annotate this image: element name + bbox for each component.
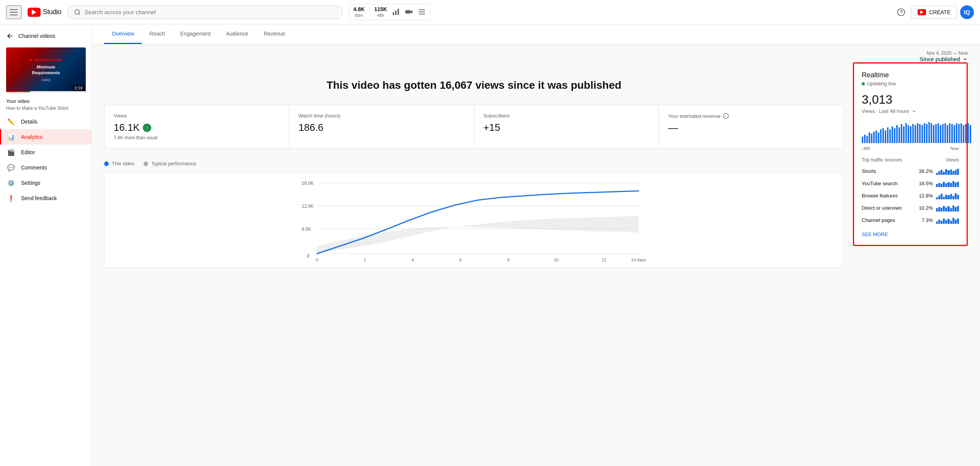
spark-bar-4-4 [945,220,947,224]
traffic-sources-list: Shorts 39.2% YouTube search 18.5% Browse… [862,167,959,224]
sidebar-item-details[interactable]: ✏️ Details [0,114,91,129]
traffic-source-2: Browse features [862,193,913,199]
headline: This video has gotten 16,067 views since… [104,62,844,105]
legend-label-1: Typical performance [151,161,196,166]
mini-bar-30 [931,123,932,143]
traffic-source-0: Shorts [862,168,913,174]
mini-bar-42 [958,124,960,143]
thumbnail-progress-fill [6,91,30,92]
svg-text:6: 6 [459,257,462,262]
thumbnail-duration: 0:59 [73,85,84,91]
mini-bar-38 [949,123,951,143]
spark-bar-3-9 [957,206,959,212]
tab-audience[interactable]: Audience [218,24,256,44]
video-title: How to Make a YouTube Short [0,106,91,114]
realtime-status: Updating live [862,81,959,86]
metric-note-0: 7.4K more than usual [114,135,280,140]
sidebar-item-send-feedback[interactable]: ❗ Send feedback [0,191,91,206]
sidebar-item-comments[interactable]: 💬 Comments [0,160,91,175]
spark-bar-3-3 [943,206,945,212]
back-button[interactable]: Channel videos [0,28,91,44]
mini-bar-36 [944,123,946,143]
realtime-subtitle-text: Views · Last 48 hours [862,108,909,114]
tab-revenue[interactable]: Revenue [256,24,293,44]
mini-bar-26 [921,125,923,143]
mini-bar-28 [926,124,928,143]
create-label: CREATE [929,9,951,15]
spark-bar-0-1 [938,171,940,175]
subtitle-dropdown-icon [911,109,917,114]
tab-overview[interactable]: Overview [104,24,142,44]
metric-label-0: Views [114,113,280,119]
mini-bar-4 [871,134,872,143]
svg-line-1 [79,13,80,15]
create-button[interactable]: CREATE [911,6,957,19]
see-more-link[interactable]: SEE MORE [862,231,888,237]
video-thumbnail[interactable]: ▶ YouTube Shorts MinimumRequirements vid… [6,47,86,92]
spark-bar-0-0 [936,173,938,175]
mini-bar-0 [862,137,863,143]
mini-bar-46 [967,123,969,143]
svg-text:2: 2 [364,257,366,262]
spark-bar-0-8 [955,170,957,175]
svg-rect-5 [405,10,410,14]
mini-bar-43 [960,123,962,143]
sidebar-item-settings[interactable]: ⚙️ Settings [0,175,91,191]
search-input[interactable] [85,9,336,15]
thumbnail-progress-bar [6,91,86,92]
mini-bar-47 [970,125,971,143]
traffic-row-2: Browse features 12.8% [862,192,959,199]
date-range-selector[interactable]: Nov 4, 2020 — Now Since published [920,51,968,62]
legend-label-0: This video [112,161,134,166]
spark-bar-0-3 [943,172,945,175]
sidebar-item-analytics[interactable]: 📊 Analytics [0,129,91,145]
legend-item-1: Typical performance [144,161,196,166]
chart-legend: This video Typical performance [104,158,844,173]
spark-bar-4-2 [941,221,942,224]
sidebar-item-editor[interactable]: 🎬 Editor [0,145,91,160]
date-range-value: Nov 4, 2020 — Now [927,51,968,56]
chart-icon[interactable] [392,8,400,16]
svg-rect-2 [393,12,394,15]
mini-bar-23 [915,125,916,143]
spark-bar-1-7 [952,181,954,187]
mini-bar-35 [942,124,944,143]
mini-bar-8 [880,129,882,143]
spark-bar-0-9 [957,169,959,175]
spark-bar-4-6 [950,221,952,224]
spark-bar-1-6 [950,183,952,187]
tab-reach[interactable]: Reach [142,24,172,44]
hamburger-button[interactable] [6,5,21,19]
avatar[interactable]: IQ [960,5,974,19]
tabs-bar: OverviewReachEngagementAudienceRevenue [92,24,980,44]
traffic-sources-label: Top traffic sources [862,157,902,163]
details-label: Details [21,119,38,125]
svg-text:0: 0 [307,253,310,259]
logo[interactable]: Studio [28,8,61,17]
header-icons: CREATE IQ [894,5,974,19]
traffic-row-1: YouTube search 18.5% [862,179,959,187]
realtime-subtitle[interactable]: Views · Last 48 hours [862,108,959,114]
video-icon[interactable] [405,8,413,16]
spark-bar-2-2 [941,194,942,199]
svg-rect-3 [395,11,397,15]
stat-period-label: 48h [377,13,384,18]
mini-bar-5 [873,132,875,143]
mini-bar-21 [910,126,911,143]
traffic-pct-0: 39.2% [916,168,933,174]
spark-bar-1-3 [943,182,945,187]
mini-bar-16 [898,127,900,143]
mini-bar-7 [878,132,879,143]
metric-label-1: Watch time (hours) [299,113,465,119]
help-button[interactable] [894,5,908,19]
search-box [67,5,343,19]
spark-bar-4-0 [936,222,938,224]
analytics-icon: 📊 [7,133,15,141]
mini-bar-12 [889,129,891,143]
metric-card-2: Subscribers +15 [474,105,659,148]
stat-period: 115K 48h [374,6,387,18]
spark-bar-3-4 [945,207,947,212]
mini-bar-40 [954,125,955,143]
tab-engagement[interactable]: Engagement [173,24,218,44]
menu-icon[interactable] [418,8,426,16]
